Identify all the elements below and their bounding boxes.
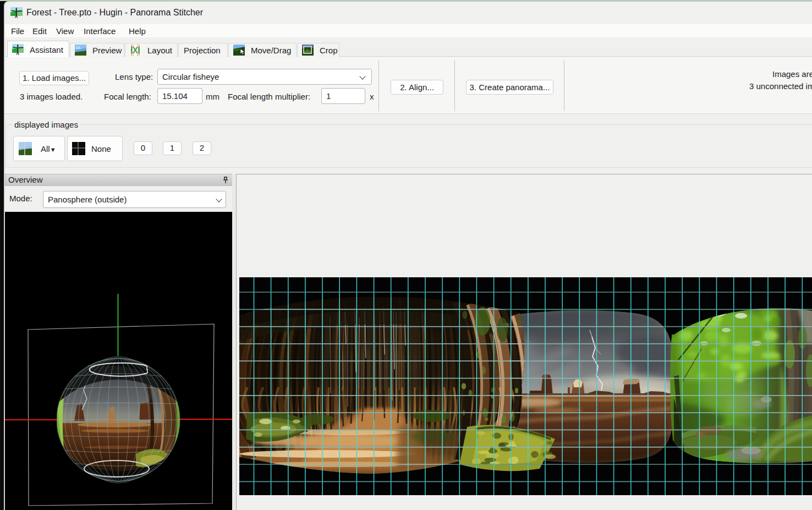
svg-text:GL: GL [76, 46, 81, 50]
